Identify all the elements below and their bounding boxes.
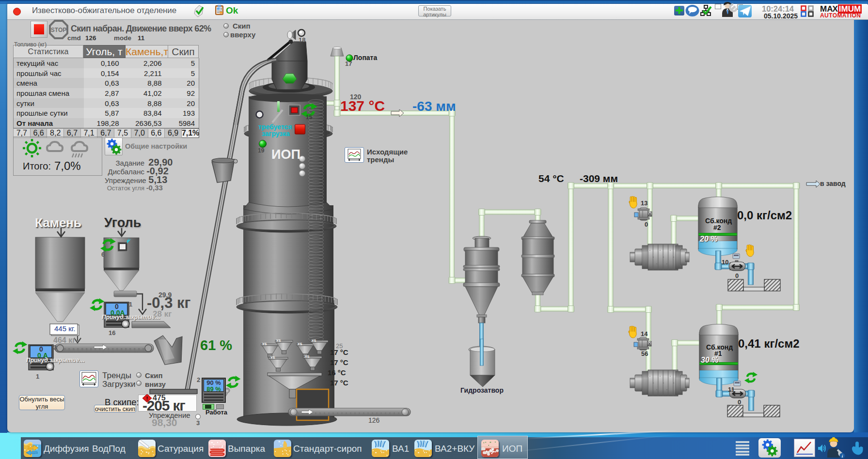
- svg-text:YS: YS: [298, 342, 302, 346]
- svg-text:YS: YS: [270, 356, 275, 359]
- svg-text:STOP: STOP: [51, 27, 66, 33]
- svg-text:YS: YS: [312, 339, 316, 342]
- svg-text:YS: YS: [276, 339, 281, 342]
- svg-text:YS: YS: [262, 342, 267, 346]
- svg-text:YS: YS: [305, 355, 310, 358]
